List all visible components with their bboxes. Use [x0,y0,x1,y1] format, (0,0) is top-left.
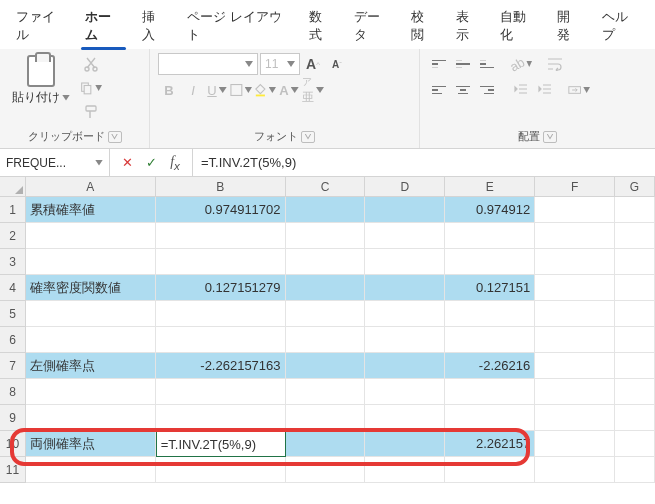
row-header[interactable]: 4 [0,275,26,301]
row-header[interactable]: 3 [0,249,26,275]
row-header[interactable]: 7 [0,353,26,379]
cell-E10[interactable]: 2.262157 [445,431,535,457]
cell-C2[interactable] [286,223,366,249]
cell-E5[interactable] [445,301,535,327]
cell-C4[interactable] [286,275,366,301]
cut-button[interactable] [80,53,102,75]
cell-F5[interactable] [535,301,615,327]
cancel-formula-button[interactable]: ✕ [116,152,138,174]
cell-B5[interactable] [156,301,286,327]
row-header[interactable]: 6 [0,327,26,353]
name-box[interactable]: FREQUE... [0,149,110,176]
cell-F8[interactable] [535,379,615,405]
enter-formula-button[interactable]: ✓ [140,152,162,174]
cell-G5[interactable] [615,301,655,327]
cell-A6[interactable] [26,327,156,353]
cell-F2[interactable] [535,223,615,249]
col-header-F[interactable]: F [535,177,615,197]
format-painter-button[interactable] [80,101,102,123]
cell-F9[interactable] [535,405,615,431]
dialog-launcher-icon[interactable] [108,131,122,143]
cell-G11[interactable] [615,457,655,483]
cell-A4[interactable]: 確率密度関数値 [26,275,156,301]
row-header[interactable]: 1 [0,197,26,223]
col-header-E[interactable]: E [445,177,535,197]
cell-B3[interactable] [156,249,286,275]
cell-A7[interactable]: 左側確率点 [26,353,156,379]
tab-file[interactable]: ファイル [6,4,75,48]
col-header-C[interactable]: C [286,177,366,197]
cell-G1[interactable] [615,197,655,223]
copy-button[interactable] [80,77,102,99]
cell-A8[interactable] [26,379,156,405]
cell-G10[interactable] [615,431,655,457]
merge-button[interactable] [568,79,590,101]
wrap-text-button[interactable] [544,53,566,75]
fill-color-button[interactable] [254,79,276,101]
row-header[interactable]: 5 [0,301,26,327]
cell-E3[interactable] [445,249,535,275]
cell-B4[interactable]: 0.127151279 [156,275,286,301]
cell-B1[interactable]: 0.974911702 [156,197,286,223]
cell-E11[interactable] [445,457,535,483]
increase-indent-button[interactable] [534,79,556,101]
align-middle-button[interactable] [452,53,474,75]
cell-G2[interactable] [615,223,655,249]
cell-A9[interactable] [26,405,156,431]
font-family-select[interactable] [158,53,258,75]
tab-automate[interactable]: 自動化 [490,4,547,48]
cell-D2[interactable] [365,223,445,249]
tab-page-layout[interactable]: ページ レイアウト [177,4,299,48]
cell-G9[interactable] [615,405,655,431]
cell-B10-editing[interactable]: =T.INV.2T(5%,9) [156,431,286,457]
row-header[interactable]: 8 [0,379,26,405]
tab-data[interactable]: データ [344,4,401,48]
cell-D6[interactable] [365,327,445,353]
cell-D10[interactable] [365,431,445,457]
underline-button[interactable]: U [206,79,228,101]
col-header-G[interactable]: G [615,177,655,197]
cell-F10[interactable] [535,431,615,457]
cell-C7[interactable] [286,353,366,379]
cell-A10[interactable]: 両側確率点 [26,431,156,457]
cell-G3[interactable] [615,249,655,275]
cell-C6[interactable] [286,327,366,353]
formula-input[interactable]: =T.INV.2T(5%,9) [193,149,655,176]
cell-A3[interactable] [26,249,156,275]
cell-E6[interactable] [445,327,535,353]
cell-E1[interactable]: 0.974912 [445,197,535,223]
col-header-D[interactable]: D [365,177,445,197]
align-right-button[interactable] [476,79,498,101]
row-header[interactable]: 10 [0,431,26,457]
row-header[interactable]: 11 [0,457,26,483]
cell-F6[interactable] [535,327,615,353]
cell-C3[interactable] [286,249,366,275]
cell-B7[interactable]: -2.262157163 [156,353,286,379]
cell-G7[interactable] [615,353,655,379]
cell-D9[interactable] [365,405,445,431]
cell-D5[interactable] [365,301,445,327]
decrease-font-button[interactable]: Aˇ [326,53,348,75]
col-header-A[interactable]: A [26,177,156,197]
col-header-B[interactable]: B [156,177,286,197]
cell-D11[interactable] [365,457,445,483]
cell-F1[interactable] [535,197,615,223]
cell-A2[interactable] [26,223,156,249]
fx-button[interactable]: fx [164,152,186,174]
cell-B2[interactable] [156,223,286,249]
cell-B8[interactable] [156,379,286,405]
cell-C8[interactable] [286,379,366,405]
cell-D7[interactable] [365,353,445,379]
paste-button[interactable]: 貼り付け [8,53,74,108]
row-header[interactable]: 2 [0,223,26,249]
cell-G6[interactable] [615,327,655,353]
cell-D8[interactable] [365,379,445,405]
tab-view[interactable]: 表示 [446,4,491,48]
tab-home[interactable]: ホーム [75,4,132,48]
cell-E8[interactable] [445,379,535,405]
cell-C10[interactable] [286,431,366,457]
cell-B6[interactable] [156,327,286,353]
select-all-corner[interactable] [0,177,26,197]
font-size-select[interactable]: 11 [260,53,300,75]
cell-D1[interactable] [365,197,445,223]
